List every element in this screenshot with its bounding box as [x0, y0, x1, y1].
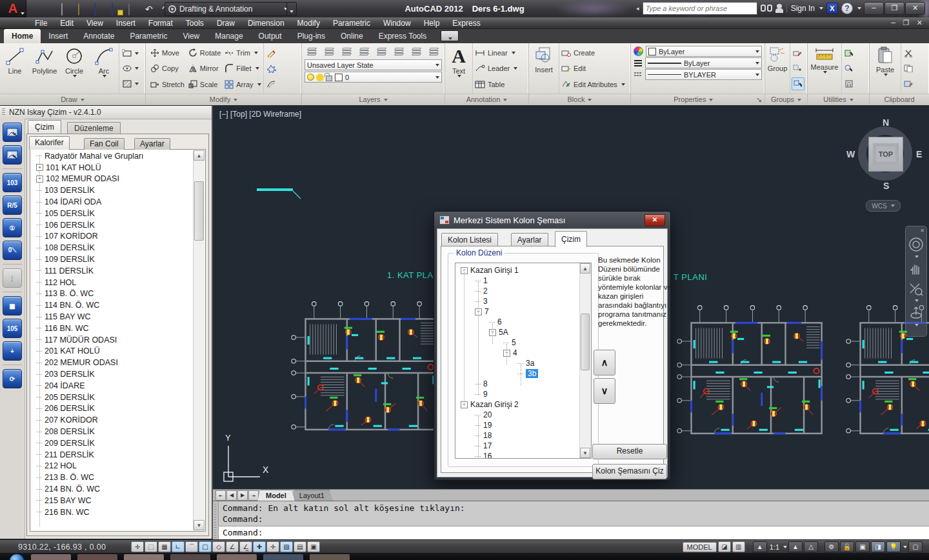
measure-line-icon[interactable]: 0⟍ [3, 241, 22, 260]
layers-panel-title[interactable]: Layers [302, 94, 445, 105]
next-layout-icon[interactable]: ▶ [237, 490, 248, 501]
menu-window[interactable]: Window [377, 17, 417, 29]
draw-panel-title[interactable]: Draw [0, 94, 145, 105]
palette-grip[interactable] [2, 108, 5, 116]
palette-subtab-fan-coil[interactable]: Fan Coil [84, 138, 125, 150]
wcs-dropdown[interactable]: WCS [866, 200, 901, 212]
toolbar-lock-button[interactable]: 🔓 [840, 541, 854, 552]
erase-button[interactable] [265, 48, 277, 59]
workspace-extra-dropdown[interactable] [286, 2, 297, 16]
mirror-button[interactable]: Mirror [186, 63, 223, 74]
groups-panel-title[interactable]: Groups [765, 94, 807, 105]
tree-item[interactable]: 202 MEMUR ODASI [31, 357, 194, 368]
tree-item[interactable]: 105 DERSLİK [31, 208, 194, 219]
tree-item[interactable]: 106 DERSLİK [31, 219, 194, 231]
ribbon-tab-insert[interactable]: Insert [41, 29, 75, 43]
viewcube-north[interactable]: N [883, 117, 889, 128]
tree-item[interactable]: 114 BN. Ö. WC [31, 299, 194, 311]
workspace-gear-button[interactable]: ⚙ [824, 541, 839, 552]
isolate-objects-button[interactable]: ◨ [871, 541, 885, 552]
stretch-button[interactable]: Stretch [148, 79, 186, 90]
tree-item[interactable]: 111 DERSLİK [31, 265, 194, 277]
last-layout-icon[interactable]: ⯮ [248, 490, 259, 501]
annotation-scale-icon[interactable]: ▲ [753, 541, 767, 552]
polyline-button[interactable]: Polyline [30, 43, 59, 94]
array-button[interactable]: Array [223, 79, 263, 90]
rotate-button[interactable]: Rotate [186, 47, 223, 59]
polar-toggle[interactable]: ⌒ [185, 541, 198, 552]
leader-button[interactable]: Leader [473, 63, 519, 74]
quick-select-button[interactable] [843, 63, 855, 74]
workspace-switcher[interactable]: Drafting & Annotation [165, 2, 292, 16]
room-tree-scrollbar[interactable]: ▲ ▼ [193, 150, 205, 530]
plot-button[interactable] [128, 4, 139, 14]
ribbon-tab-output[interactable]: Output [251, 29, 290, 43]
edit-attributes-button[interactable]: Edit Attributes [559, 79, 627, 90]
group-button[interactable]: Group [765, 43, 790, 94]
circle-button[interactable]: Circle [59, 43, 89, 94]
line-button[interactable]: Line [0, 43, 30, 94]
layer-off-button[interactable] [391, 45, 408, 58]
save-button[interactable] [95, 4, 106, 14]
steering-wheel-icon[interactable] [908, 237, 924, 252]
dyn-toggle[interactable]: ✛ [266, 541, 279, 552]
close-button[interactable]: ✕ [905, 2, 925, 15]
move-button[interactable]: Move [148, 47, 186, 59]
disabled-tool-icon[interactable]: ⋮ [3, 268, 22, 288]
grid-display-toggle[interactable]: ⬚ [145, 541, 157, 552]
ribbon-tab-express-tools[interactable]: Express Tools [371, 29, 434, 43]
layer-isolate-button[interactable] [339, 45, 355, 58]
hatch-button[interactable] [121, 78, 140, 90]
dialog-tab-ayarlar[interactable]: Ayarlar [511, 233, 548, 247]
tree-item[interactable]: +102 MEMUR ODASI [31, 174, 194, 185]
layer-freeze-button[interactable] [374, 45, 390, 58]
help-icon[interactable]: ? [841, 3, 853, 14]
menu-help[interactable]: Help [417, 17, 446, 29]
viewcube-south[interactable]: S [883, 181, 889, 191]
kolon-tree-item[interactable]: 9 [455, 389, 580, 399]
kolon-tree-item[interactable]: −7 [455, 306, 580, 317]
tree-item[interactable]: Radyatör Mahal ve Grupları [31, 150, 194, 162]
viewcube-east[interactable]: E [916, 149, 922, 159]
palette-tab-çizim[interactable]: Çizim [28, 120, 61, 135]
menu-modify[interactable]: Modify [291, 17, 326, 29]
insert-block-button[interactable]: Insert [529, 43, 559, 94]
autoscale-button[interactable]: △ [804, 541, 818, 552]
menu-express[interactable]: Express [446, 17, 486, 29]
kolon-tree-item[interactable]: 5 [455, 337, 580, 348]
radiator-tag-icon[interactable]: R/5 [3, 195, 22, 215]
reset-button[interactable]: Resetle [592, 444, 667, 459]
layer-match-button[interactable] [408, 45, 425, 58]
menu-insert[interactable]: Insert [110, 17, 142, 29]
measure-button[interactable]: Measure [808, 43, 841, 94]
tree-item[interactable]: 214 BN. Ö. WC [31, 483, 194, 495]
kolon-tree-item[interactable]: −4 [455, 348, 580, 358]
table-button[interactable]: Table [473, 79, 519, 90]
kolon-tree-item[interactable]: 6 [455, 317, 580, 327]
infocenter-collapse-icon[interactable]: ◂ [636, 5, 639, 12]
taskbar-app[interactable] [77, 554, 117, 560]
circle-number-icon[interactable]: ① [3, 218, 22, 237]
menu-edit[interactable]: Edit [54, 17, 80, 29]
search-input[interactable] [643, 2, 757, 15]
command-window[interactable]: Command: En alt katın sol alt köşesine t… [213, 501, 929, 539]
navbar-close-icon[interactable]: ✕ [920, 228, 924, 234]
layer-unisolate-button[interactable] [356, 45, 373, 58]
create-block-button[interactable]: Create [559, 47, 627, 59]
kolon-tree-item[interactable]: −Kazan Girişi 2 [455, 399, 580, 410]
layer-prev-button[interactable] [426, 45, 443, 58]
tree-item[interactable]: 113 B. Ö. WC [31, 288, 194, 300]
kolon-tree-item[interactable]: 19 [455, 420, 580, 430]
scroll-up-arrow[interactable]: ▲ [580, 263, 590, 274]
linetype-dropdown[interactable]: BYLAYER [645, 69, 762, 80]
quick-view-layouts-button[interactable]: ◪ [718, 541, 731, 552]
block-panel-title[interactable]: Block [529, 94, 630, 105]
grid-toggle[interactable]: ▦ [158, 541, 171, 552]
taskbar-app[interactable] [217, 554, 257, 560]
tree-item[interactable]: 204 İDARE [31, 380, 194, 392]
scroll-up-arrow[interactable]: ▲ [194, 150, 205, 161]
first-layout-icon[interactable]: ⯬ [215, 490, 226, 501]
tree-item[interactable]: 213 B. Ö. WC [31, 472, 194, 483]
menu-draw[interactable]: Draw [210, 17, 241, 29]
ribbon-tab-online[interactable]: Online [333, 29, 371, 43]
